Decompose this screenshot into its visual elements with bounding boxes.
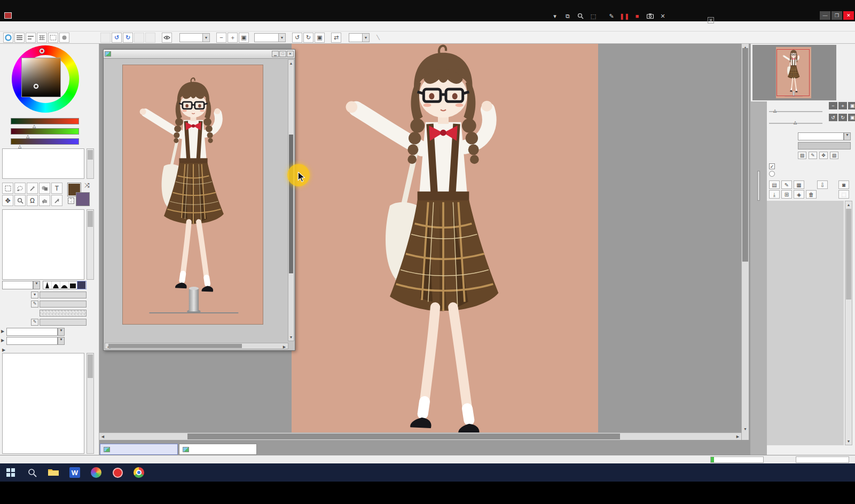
rotate-cw-icon[interactable]: ↻ [303, 33, 313, 43]
eyedropper-tool-icon[interactable] [51, 195, 62, 206]
zoom-dropdown-icon[interactable]: ▼ [203, 33, 210, 42]
nav-zoom-reset-icon[interactable]: ▣ [848, 102, 855, 109]
new-layer-icon[interactable]: ▤ [769, 180, 780, 189]
paint-app-icon[interactable] [90, 467, 103, 478]
saturation-value-box[interactable] [21, 58, 61, 97]
shape-tool-icon[interactable] [39, 183, 50, 194]
new-folder-icon[interactable]: ▦ [794, 180, 804, 189]
recorder-region-icon[interactable]: ⬚ [590, 12, 597, 20]
color-mixer-toggle-icon[interactable] [26, 33, 36, 43]
scratchpad-toggle-icon[interactable] [48, 33, 58, 43]
selection-source-radio[interactable] [769, 171, 775, 177]
close-button[interactable]: ✕ [843, 11, 854, 20]
transparent-color-chip[interactable] [68, 198, 74, 204]
brush-blend-mode-select[interactable] [2, 281, 33, 289]
start-button-icon[interactable] [4, 467, 17, 478]
secondary-color-chip[interactable] [76, 192, 90, 206]
flip-horizontal-icon[interactable]: ⇄ [331, 33, 341, 43]
brush-blend-dropdown-icon[interactable]: ▼ [33, 281, 40, 289]
layer-blend-mode-select[interactable] [798, 132, 844, 140]
texture-preset-select[interactable] [6, 337, 58, 345]
hand-tool-icon[interactable] [39, 195, 50, 206]
green-slider[interactable] [11, 128, 79, 135]
nav-rotate-ccw-icon[interactable]: ↺ [829, 114, 837, 121]
rotate-view-tool-icon[interactable]: Ω [27, 195, 38, 206]
canvas-horizontal-scrollbar[interactable]: ◀ ▶ [99, 432, 741, 440]
brush-size-slider[interactable] [40, 292, 87, 298]
zoom-value-field[interactable] [179, 33, 203, 42]
ref-minimize-icon[interactable]: ▁ [272, 51, 279, 57]
size-scrollbar[interactable] [87, 353, 94, 454]
rect-select-tool-icon[interactable] [2, 183, 13, 194]
watermark-close-icon[interactable]: ✕ [708, 17, 714, 23]
layer-extra-icon[interactable]: ⬚ [838, 190, 849, 199]
recorder-app-icon[interactable] [111, 467, 124, 478]
stabilizer-dropdown-icon[interactable]: ▼ [363, 33, 370, 42]
tip-shape-dome[interactable] [60, 281, 69, 289]
nav-angle-slider[interactable]: △ [769, 123, 822, 124]
panel-divider-handle[interactable] [757, 171, 760, 201]
nav-zoom-in-icon[interactable]: ＋ [838, 102, 847, 109]
navigator-preview[interactable] [752, 45, 836, 100]
tab-reference-jpg[interactable] [179, 444, 257, 455]
zoom-out-icon[interactable]: − [216, 33, 226, 43]
angle-value-field[interactable] [254, 33, 279, 42]
merge-visible-icon[interactable]: ⊞ [781, 190, 792, 199]
text-tool-icon[interactable]: T [51, 183, 62, 194]
rotate-reset-icon[interactable]: ▣ [315, 33, 325, 43]
nav-zoom-out-icon[interactable]: − [829, 102, 837, 109]
reference-image-window[interactable]: ▁ □ ✕ ▲ ▼ ◀ ▶ [103, 49, 295, 351]
tip-shape-preset-select[interactable] [6, 328, 58, 336]
navigator-view-rect[interactable] [776, 49, 810, 96]
min-density-pressure-icon[interactable]: ✎ [31, 319, 38, 326]
tip-shape-flat[interactable] [69, 281, 77, 289]
ref-close-icon[interactable]: ✕ [287, 51, 294, 57]
zoom-reset-icon[interactable]: ▣ [239, 33, 249, 43]
selection-source-row[interactable] [769, 170, 777, 178]
tip-shape-round[interactable] [52, 281, 60, 289]
ref-maximize-icon[interactable]: □ [279, 51, 286, 57]
merge-down-icon[interactable]: ⤓ [769, 190, 780, 199]
reference-horizontal-scrollbar[interactable]: ◀ ▶ [105, 343, 288, 349]
taskbar-search-icon[interactable] [26, 467, 38, 478]
min-size-pressure-icon[interactable]: ✎ [31, 301, 38, 308]
move-tool-icon[interactable]: ✥ [2, 195, 13, 206]
layers-scrollbar[interactable]: ▲ ▼ [845, 201, 852, 445]
w-app-icon[interactable]: W [68, 467, 81, 478]
stabilizer-value-field[interactable] [349, 33, 363, 42]
nav-zoom-slider[interactable]: △ [769, 111, 822, 112]
lock-move-icon[interactable]: ✥ [819, 152, 828, 159]
main-canvas[interactable] [292, 44, 598, 432]
transfer-down-icon[interactable]: ⇩ [817, 180, 828, 189]
tip-preset-dropdown-icon[interactable]: ▼ [58, 328, 65, 336]
clipping-checkbox[interactable]: ✓ [769, 163, 775, 169]
layer-mask-icon[interactable]: ◙ [838, 180, 849, 189]
tab-new-canvas[interactable] [100, 444, 178, 455]
rotate-ccw-icon[interactable]: ↺ [292, 33, 302, 43]
red-slider[interactable] [11, 118, 79, 124]
recorder-close-icon[interactable]: ✕ [659, 12, 666, 20]
recorder-pencil-icon[interactable]: ✎ [608, 12, 615, 20]
min-size-slider[interactable] [40, 301, 87, 308]
recorder-camera-icon[interactable] [646, 12, 654, 20]
canvas-vertical-scrollbar[interactable]: ▲ ▼ [741, 44, 749, 440]
invert-selection-icon[interactable] [145, 33, 155, 43]
deselect-icon[interactable] [134, 33, 144, 43]
layer-blend-dropdown-icon[interactable]: ▼ [844, 132, 851, 140]
min-density-slider[interactable] [40, 319, 87, 326]
lock-fill-icon[interactable]: ▧ [830, 152, 838, 159]
lock-transparency-icon[interactable]: ▨ [798, 152, 806, 159]
brush-scrollbar[interactable] [87, 209, 94, 280]
undo-icon[interactable]: ↺ [112, 33, 122, 43]
texture-preset-dropdown-icon[interactable]: ▼ [58, 337, 65, 345]
swatches-toggle-icon[interactable] [37, 33, 47, 43]
delete-layer-icon[interactable]: 🗑 [806, 190, 817, 199]
chrome-icon[interactable] [132, 467, 145, 478]
swatch-scrollbar[interactable] [87, 148, 94, 179]
clipping-mask-row[interactable]: ✓ [769, 162, 777, 169]
magic-wand-tool-icon[interactable] [27, 183, 38, 194]
angle-dropdown-icon[interactable]: ▼ [279, 33, 286, 42]
zoom-tool-icon[interactable] [14, 195, 26, 206]
recorder-pause-icon[interactable]: ❚❚ [621, 12, 628, 20]
recorder-zoom-icon[interactable] [577, 12, 584, 20]
